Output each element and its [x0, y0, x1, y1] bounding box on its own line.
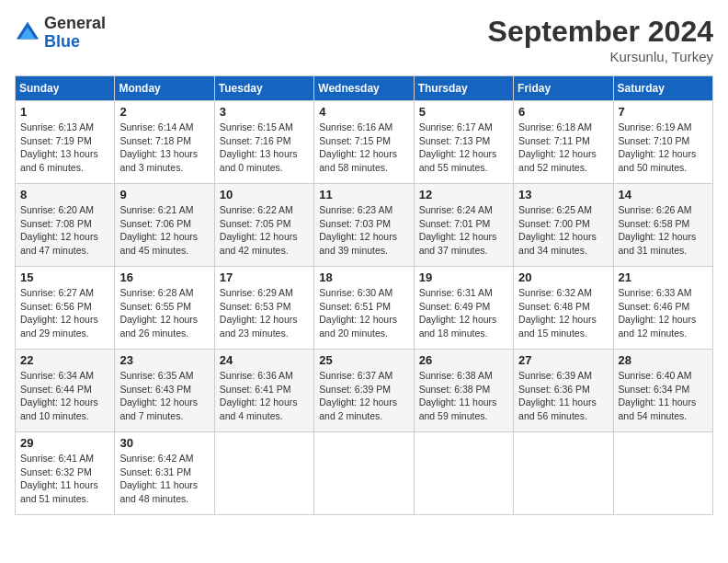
day-info: Sunrise: 6:33 AMSunset: 6:46 PMDaylight:… [619, 286, 708, 340]
day-number: 9 [119, 188, 209, 201]
day-number: 8 [20, 188, 109, 201]
day-number: 14 [619, 188, 708, 201]
weekday-header-row: SundayMondayTuesdayWednesdayThursdayFrid… [16, 76, 713, 101]
weekday-header: Saturday [613, 76, 712, 101]
day-number: 27 [518, 353, 608, 367]
day-info: Sunrise: 6:40 AMSunset: 6:34 PMDaylight:… [619, 369, 708, 423]
calendar-cell: 18Sunrise: 6:30 AMSunset: 6:51 PMDayligh… [314, 267, 414, 350]
calendar-cell: 21Sunrise: 6:33 AMSunset: 6:46 PMDayligh… [613, 267, 712, 350]
calendar-cell: 23Sunrise: 6:35 AMSunset: 6:43 PMDayligh… [115, 350, 214, 432]
day-number: 21 [619, 270, 708, 284]
day-info: Sunrise: 6:42 AMSunset: 6:31 PMDaylight:… [119, 452, 209, 506]
day-info: Sunrise: 6:27 AMSunset: 6:56 PMDaylight:… [20, 286, 109, 340]
day-number: 2 [119, 105, 209, 119]
day-info: Sunrise: 6:36 AMSunset: 6:41 PMDaylight:… [220, 369, 309, 423]
day-info: Sunrise: 6:41 AMSunset: 6:32 PMDaylight:… [20, 452, 109, 506]
day-number: 26 [419, 353, 508, 367]
day-number: 12 [419, 188, 508, 201]
calendar-cell: 8Sunrise: 6:20 AMSunset: 7:08 PMDaylight… [16, 184, 115, 267]
day-info: Sunrise: 6:19 AMSunset: 7:10 PMDaylight:… [619, 121, 708, 175]
calendar-cell: 9Sunrise: 6:21 AMSunset: 7:06 PMDaylight… [115, 184, 214, 267]
day-number: 20 [518, 270, 608, 284]
calendar-cell: 17Sunrise: 6:29 AMSunset: 6:53 PMDayligh… [214, 267, 313, 350]
day-number: 15 [20, 270, 109, 284]
calendar-cell: 19Sunrise: 6:31 AMSunset: 6:49 PMDayligh… [414, 267, 513, 350]
calendar-cell: 11Sunrise: 6:23 AMSunset: 7:03 PMDayligh… [314, 184, 414, 267]
weekday-header: Tuesday [214, 76, 313, 101]
day-info: Sunrise: 6:20 AMSunset: 7:08 PMDaylight:… [20, 203, 109, 258]
calendar-cell: 3Sunrise: 6:15 AMSunset: 7:16 PMDaylight… [214, 101, 313, 184]
day-info: Sunrise: 6:13 AMSunset: 7:19 PMDaylight:… [20, 121, 109, 175]
day-number: 4 [319, 105, 408, 119]
calendar-cell: 26Sunrise: 6:38 AMSunset: 6:38 PMDayligh… [414, 350, 513, 432]
calendar-cell: 12Sunrise: 6:24 AMSunset: 7:01 PMDayligh… [414, 184, 513, 267]
day-number: 1 [20, 105, 109, 119]
calendar-cell: 10Sunrise: 6:22 AMSunset: 7:05 PMDayligh… [214, 184, 313, 267]
weekday-header: Friday [514, 76, 613, 101]
day-number: 10 [220, 188, 309, 201]
page-header: General Blue September 2024 Kursunlu, Tu… [15, 15, 713, 64]
month-title: September 2024 [488, 15, 713, 49]
day-info: Sunrise: 6:26 AMSunset: 6:58 PMDaylight:… [619, 203, 708, 258]
day-info: Sunrise: 6:23 AMSunset: 7:03 PMDaylight:… [319, 203, 408, 258]
day-number: 19 [419, 270, 508, 284]
logo-icon [15, 20, 40, 46]
day-number: 5 [419, 105, 508, 119]
day-number: 28 [619, 353, 708, 367]
calendar-cell: 24Sunrise: 6:36 AMSunset: 6:41 PMDayligh… [214, 350, 313, 432]
day-number: 11 [319, 188, 408, 201]
calendar-cell: 29Sunrise: 6:41 AMSunset: 6:32 PMDayligh… [16, 432, 115, 515]
day-info: Sunrise: 6:24 AMSunset: 7:01 PMDaylight:… [419, 203, 508, 258]
day-number: 24 [220, 353, 309, 367]
calendar-cell: 16Sunrise: 6:28 AMSunset: 6:55 PMDayligh… [115, 267, 214, 350]
calendar-week-row: 1Sunrise: 6:13 AMSunset: 7:19 PMDaylight… [16, 101, 713, 184]
weekday-header: Wednesday [314, 76, 414, 101]
day-number: 29 [20, 436, 109, 450]
calendar-cell [613, 432, 712, 515]
calendar-cell: 5Sunrise: 6:17 AMSunset: 7:13 PMDaylight… [414, 101, 513, 184]
calendar-cell: 20Sunrise: 6:32 AMSunset: 6:48 PMDayligh… [514, 267, 613, 350]
day-info: Sunrise: 6:18 AMSunset: 7:11 PMDaylight:… [518, 121, 608, 175]
day-info: Sunrise: 6:17 AMSunset: 7:13 PMDaylight:… [419, 121, 508, 175]
logo-general-text: General [44, 14, 106, 32]
calendar-week-row: 8Sunrise: 6:20 AMSunset: 7:08 PMDaylight… [16, 184, 713, 267]
day-number: 6 [518, 105, 608, 119]
day-number: 22 [20, 353, 109, 367]
calendar-week-row: 22Sunrise: 6:34 AMSunset: 6:44 PMDayligh… [16, 350, 713, 432]
title-block: September 2024 Kursunlu, Turkey [488, 15, 713, 64]
calendar-cell: 30Sunrise: 6:42 AMSunset: 6:31 PMDayligh… [115, 432, 214, 515]
weekday-header: Sunday [16, 76, 115, 101]
calendar-cell: 28Sunrise: 6:40 AMSunset: 6:34 PMDayligh… [613, 350, 712, 432]
day-number: 23 [119, 353, 209, 367]
day-info: Sunrise: 6:31 AMSunset: 6:49 PMDaylight:… [419, 286, 508, 340]
day-info: Sunrise: 6:32 AMSunset: 6:48 PMDaylight:… [518, 286, 608, 340]
day-info: Sunrise: 6:38 AMSunset: 6:38 PMDaylight:… [419, 369, 508, 423]
calendar-cell [314, 432, 414, 515]
logo: General Blue [15, 15, 106, 52]
day-info: Sunrise: 6:14 AMSunset: 7:18 PMDaylight:… [119, 121, 209, 175]
calendar-cell: 6Sunrise: 6:18 AMSunset: 7:11 PMDaylight… [514, 101, 613, 184]
day-info: Sunrise: 6:35 AMSunset: 6:43 PMDaylight:… [119, 369, 209, 423]
day-info: Sunrise: 6:16 AMSunset: 7:15 PMDaylight:… [319, 121, 408, 175]
day-info: Sunrise: 6:25 AMSunset: 7:00 PMDaylight:… [518, 203, 608, 258]
day-number: 13 [518, 188, 608, 201]
weekday-header: Monday [115, 76, 214, 101]
day-info: Sunrise: 6:37 AMSunset: 6:39 PMDaylight:… [319, 369, 408, 423]
day-info: Sunrise: 6:28 AMSunset: 6:55 PMDaylight:… [119, 286, 209, 340]
day-number: 16 [119, 270, 209, 284]
day-number: 17 [220, 270, 309, 284]
calendar-week-row: 29Sunrise: 6:41 AMSunset: 6:32 PMDayligh… [16, 432, 713, 515]
location: Kursunlu, Turkey [488, 49, 713, 64]
calendar-cell: 25Sunrise: 6:37 AMSunset: 6:39 PMDayligh… [314, 350, 414, 432]
calendar-cell: 22Sunrise: 6:34 AMSunset: 6:44 PMDayligh… [16, 350, 115, 432]
calendar-table: SundayMondayTuesdayWednesdayThursdayFrid… [15, 75, 713, 515]
day-info: Sunrise: 6:29 AMSunset: 6:53 PMDaylight:… [220, 286, 309, 340]
calendar-cell: 13Sunrise: 6:25 AMSunset: 7:00 PMDayligh… [514, 184, 613, 267]
calendar-cell [414, 432, 513, 515]
day-number: 25 [319, 353, 408, 367]
day-info: Sunrise: 6:22 AMSunset: 7:05 PMDaylight:… [220, 203, 309, 258]
calendar-cell [514, 432, 613, 515]
calendar-week-row: 15Sunrise: 6:27 AMSunset: 6:56 PMDayligh… [16, 267, 713, 350]
day-info: Sunrise: 6:39 AMSunset: 6:36 PMDaylight:… [518, 369, 608, 423]
calendar-cell: 1Sunrise: 6:13 AMSunset: 7:19 PMDaylight… [16, 101, 115, 184]
